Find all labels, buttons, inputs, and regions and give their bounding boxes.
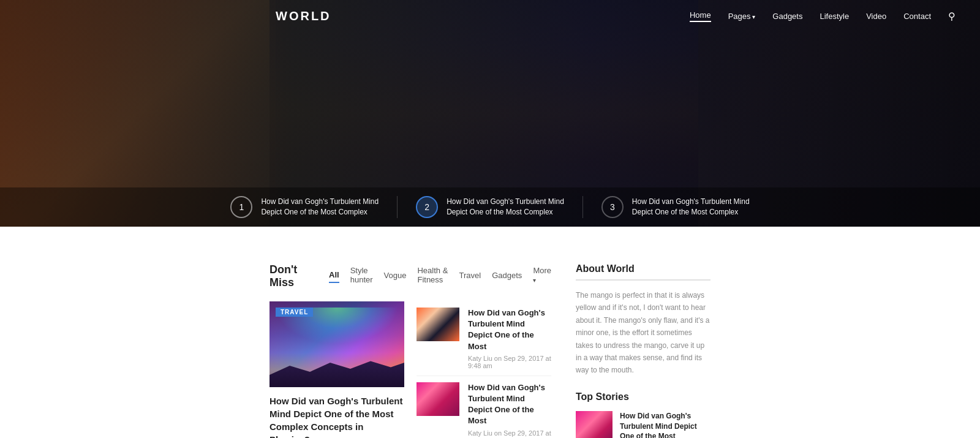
filter-tab-gadgets[interactable]: Gadgets [492, 271, 522, 282]
side-thumb-1 [417, 308, 459, 341]
main-content: Don't Miss All Style hunter Vogue Health… [0, 245, 980, 438]
featured-article: TRAVEL How Did van Gogh's Turbulent Mind… [270, 301, 404, 438]
hero-slide-2[interactable]: 2 How Did van Gogh's Turbulent Mind Depi… [398, 196, 583, 218]
hero-slide-1[interactable]: 1 How Did van Gogh's Turbulent Mind Depi… [212, 196, 398, 218]
dont-miss-section: Don't Miss All Style hunter Vogue Health… [270, 263, 551, 438]
nav-link-home[interactable]: Home [690, 10, 711, 22]
hero-slides: 1 How Did van Gogh's Turbulent Mind Depi… [0, 187, 980, 227]
filter-tab-travel[interactable]: Travel [459, 271, 481, 282]
section-header: Don't Miss All Style hunter Vogue Health… [270, 263, 551, 289]
side-article-meta-2: Katy Liu on Sep 29, 2017 at 9:48 am [468, 429, 551, 439]
top-story-1[interactable]: How Did van Gogh's Turbulent Mind Depict… [576, 411, 710, 438]
hero-section: 1 How Did van Gogh's Turbulent Mind Depi… [0, 0, 980, 227]
search-icon[interactable]: ⚲ [948, 10, 956, 22]
slide-number-2: 2 [416, 196, 438, 218]
side-article-meta-1: Katy Liu on Sep 29, 2017 at 9:48 am [468, 355, 551, 369]
filter-tabs: All Style hunter Vogue Health & Fitness … [329, 266, 551, 287]
featured-article-title[interactable]: How Did van Gogh's Turbulent Mind Depict… [270, 395, 404, 438]
nav-link-lifestyle[interactable]: Lifestyle [820, 12, 849, 21]
hero-slide-3[interactable]: 3 How Did van Gogh's Turbulent Mind Depi… [583, 196, 768, 218]
about-title: About World [576, 263, 710, 281]
side-articles: How Did van Gogh's Turbulent Mind Depict… [417, 301, 551, 438]
site-logo[interactable]: WORLD [276, 9, 331, 23]
slide-text-1: How Did van Gogh's Turbulent Mind Depict… [261, 197, 379, 217]
navigation: WORLD Home Pages Gadgets Lifestyle Video… [0, 0, 980, 32]
nav-links: Home Pages Gadgets Lifestyle Video Conta… [690, 10, 931, 22]
side-article-1[interactable]: How Did van Gogh's Turbulent Mind Depict… [417, 301, 551, 376]
filter-tab-all[interactable]: All [329, 270, 339, 283]
spacer [0, 227, 980, 245]
nav-link-gadgets[interactable]: Gadgets [772, 12, 802, 21]
top-story-title-1: How Did van Gogh's Turbulent Mind Depict… [620, 411, 710, 438]
slide-text-2: How Did van Gogh's Turbulent Mind Depict… [447, 197, 564, 217]
slide-number-1: 1 [230, 196, 252, 218]
about-text: The mango is perfect in that it is alway… [576, 289, 710, 377]
filter-tab-vogue[interactable]: Vogue [384, 271, 407, 282]
section-title: Don't Miss [270, 263, 314, 289]
filter-tab-health[interactable]: Health & Fitness [417, 266, 448, 287]
side-article-2[interactable]: How Did van Gogh's Turbulent Mind Depict… [417, 376, 551, 438]
slide-number-3: 3 [601, 196, 624, 218]
top-story-thumb-1 [576, 411, 612, 438]
travel-badge: TRAVEL [276, 308, 313, 317]
sidebar: About World The mango is perfect in that… [576, 263, 710, 438]
side-article-title-1: How Did van Gogh's Turbulent Mind Depict… [468, 308, 551, 352]
side-article-title-2: How Did van Gogh's Turbulent Mind Depict… [468, 382, 551, 427]
nav-link-pages[interactable]: Pages [728, 12, 756, 21]
nav-link-contact[interactable]: Contact [903, 12, 931, 21]
filter-tab-style[interactable]: Style hunter [350, 266, 373, 287]
articles-grid: TRAVEL How Did van Gogh's Turbulent Mind… [270, 301, 551, 438]
side-thumb-2 [417, 382, 459, 416]
filter-tab-more[interactable]: More [533, 266, 551, 287]
nav-link-video[interactable]: Video [866, 12, 886, 21]
top-stories-title: Top Stories [576, 391, 710, 402]
featured-article-image[interactable]: TRAVEL [270, 301, 404, 387]
slide-text-3: How Did van Gogh's Turbulent Mind Depict… [632, 197, 750, 217]
